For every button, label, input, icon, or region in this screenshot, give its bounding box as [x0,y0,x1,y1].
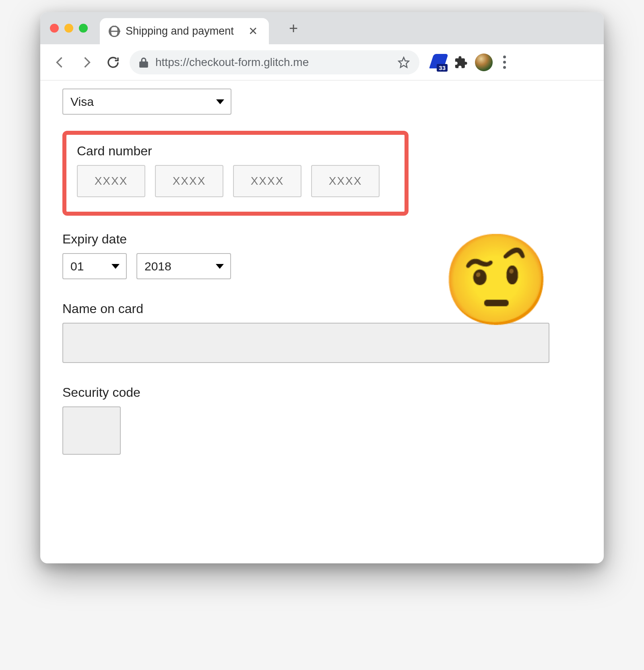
browser-toolbar: https://checkout-form.glitch.me 33 [40,44,604,80]
back-button[interactable] [50,52,70,72]
expiry-year-select[interactable]: 2018 [136,253,231,279]
globe-icon [109,26,120,37]
profile-avatar[interactable] [475,54,493,71]
card-number-highlight: Card number [62,131,409,216]
card-type-row: Visa [62,89,582,115]
card-number-segment-3[interactable] [233,165,301,197]
card-type-select[interactable]: Visa [62,89,231,115]
lock-icon [139,57,148,68]
page-content: 🤨 Visa Card number Expiry date 01 [40,80,604,563]
minimize-window-button[interactable] [64,24,73,33]
security-code-input[interactable] [62,406,121,455]
url-text: https://checkout-form.glitch.me [155,56,390,69]
titlebar: Shipping and payment ✕ + [40,12,604,44]
browser-menu-button[interactable] [500,52,509,72]
card-number-label: Card number [77,144,394,159]
extension-css-overview[interactable]: 33 [430,54,447,71]
browser-tab[interactable]: Shipping and payment ✕ [100,18,269,44]
card-number-row: Card number [62,131,582,216]
cvv-label: Security code [62,385,582,400]
raised-eyebrow-emoji: 🤨 [441,235,551,324]
new-tab-button[interactable]: + [281,21,306,36]
card-number-segment-1[interactable] [77,165,145,197]
card-number-segment-4[interactable] [311,165,380,197]
maximize-window-button[interactable] [79,24,88,33]
close-window-button[interactable] [50,24,59,33]
card-number-segments [77,165,394,197]
tab-strip: Shipping and payment ✕ + [100,12,594,44]
bookmark-star-icon[interactable] [398,56,410,68]
card-number-segment-2[interactable] [155,165,223,197]
address-bar[interactable]: https://checkout-form.glitch.me [130,50,419,74]
tab-title: Shipping and payment [126,25,240,37]
cvv-row: Security code [62,385,582,455]
extension-badge-count: 33 [437,64,448,72]
extensions-row: 33 [430,52,509,72]
expiry-month-select[interactable]: 01 [62,253,127,279]
extensions-icon[interactable] [454,56,468,69]
reload-button[interactable] [103,52,123,72]
forward-button[interactable] [76,52,97,72]
close-tab-button[interactable]: ✕ [246,26,260,37]
window-controls [50,24,88,33]
browser-window: Shipping and payment ✕ + https://checkou… [40,12,604,563]
